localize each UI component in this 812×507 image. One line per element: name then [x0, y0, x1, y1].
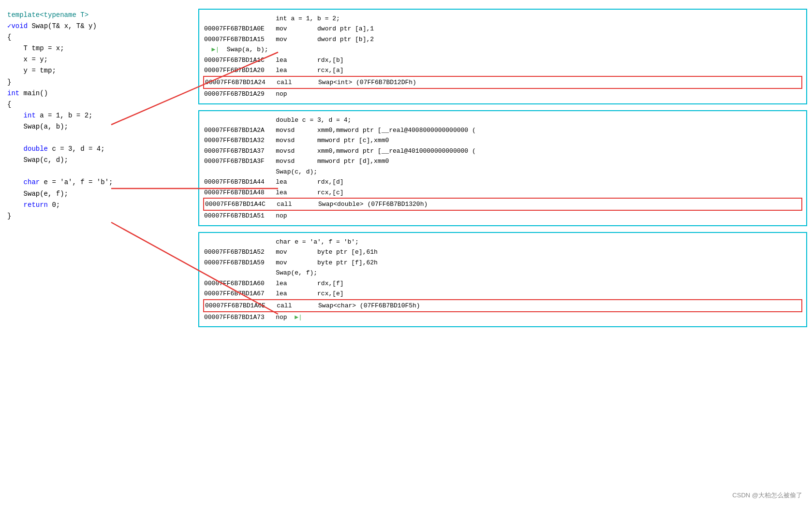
- disasm-line-highlighted: 00007FF6B7BD1A24 call Swap<int> (07FF6B7…: [203, 76, 802, 89]
- code-line-14: Swap(c, d);: [7, 155, 186, 166]
- code-line-18: return 0;: [7, 200, 186, 211]
- code-line-17: Swap(e, f);: [7, 188, 186, 200]
- disasm-line: Swap(e, f);: [204, 268, 801, 278]
- disasm-line: 00007FF6B7BD1A67 lea rcx,[e]: [204, 289, 801, 299]
- code-line-6: y = tmp;: [7, 65, 186, 76]
- source-code-panel: template<typename T> ✓void Swap(T& x, T&…: [5, 5, 189, 502]
- disasm-line: 00007FF6B7BD1A60 lea rdx,[f]: [204, 278, 801, 289]
- disasm-line: 00007FF6B7BD1A44 lea rdx,[d]: [204, 177, 801, 187]
- disasm-line: 00007FF6B7BD1A32 movsd mmword ptr [c],xm…: [204, 135, 801, 145]
- disasm-line: 00007FF6B7BD1A52 mov byte ptr [e],61h: [204, 247, 801, 257]
- disasm-line: 00007FF6B7BD1A48 lea rcx,[c]: [204, 188, 801, 198]
- disasm-line: 00007FF6B7BD1A2A movsd xmm0,mmword ptr […: [204, 125, 801, 135]
- code-line-19: }: [7, 211, 186, 222]
- code-line-11: Swap(a, b);: [7, 121, 186, 132]
- disasm-line: 00007FF6B7BD1A51 nop: [204, 211, 801, 221]
- disasm-line-arrow: ▶| Swap(a, b);: [204, 44, 801, 55]
- disasm-line: char e = 'a', f = 'b';: [204, 237, 801, 247]
- code-line-15: [7, 166, 186, 177]
- disasm-line: 00007FF6B7BD1A0E mov dword ptr [a],1: [204, 24, 801, 34]
- disasm-line-highlighted: 00007FF6B7BD1A6E call Swap<char> (07FF6B…: [203, 299, 802, 312]
- disassembly-panel: int a = 1, b = 2; 00007FF6B7BD1A0E mov d…: [198, 5, 807, 502]
- disasm-line: 00007FF6B7BD1A1C lea rdx,[b]: [204, 55, 801, 65]
- code-line-1: template<typename T>: [7, 10, 186, 21]
- disasm-line: 00007FF6B7BD1A15 mov dword ptr [b],2: [204, 34, 801, 44]
- code-line-2: ✓void Swap(T& x, T& y): [7, 21, 186, 32]
- disasm-line: 00007FF6B7BD1A73 nop ▶|: [204, 312, 801, 322]
- code-line-5: x = y;: [7, 54, 186, 65]
- code-line-10: int a = 1, b = 2;: [7, 110, 186, 121]
- code-line-8: int main(): [7, 88, 186, 99]
- code-line-16: char e = 'a', f = 'b';: [7, 177, 186, 188]
- disasm-line: 00007FF6B7BD1A20 lea rcx,[a]: [204, 65, 801, 75]
- code-line-7: }: [7, 77, 186, 88]
- disasm-line: 00007FF6B7BD1A37 movsd xmm0,mmword ptr […: [204, 146, 801, 156]
- disasm-box-int: int a = 1, b = 2; 00007FF6B7BD1A0E mov d…: [198, 9, 807, 104]
- disasm-line: int a = 1, b = 2;: [204, 14, 801, 24]
- code-line-4: T tmp = x;: [7, 43, 186, 54]
- disasm-box-char: char e = 'a', f = 'b'; 00007FF6B7BD1A52 …: [198, 232, 807, 328]
- disasm-line: 00007FF6B7BD1A59 mov byte ptr [f],62h: [204, 258, 801, 268]
- code-line-12: [7, 132, 186, 144]
- disasm-line: 00007FF6B7BD1A3F movsd mmword ptr [d],xm…: [204, 156, 801, 166]
- disasm-line: 00007FF6B7BD1A29 nop: [204, 89, 801, 99]
- code-line-13: double c = 3, d = 4;: [7, 144, 186, 155]
- disasm-line: double c = 3, d = 4;: [204, 115, 801, 125]
- watermark: CSDN @大柏怎么被偷了: [732, 491, 802, 500]
- disasm-box-double: double c = 3, d = 4; 00007FF6B7BD1A2A mo…: [198, 110, 807, 226]
- code-line-9: {: [7, 99, 186, 110]
- code-line-3: {: [7, 32, 186, 43]
- disasm-line: Swap(c, d);: [204, 167, 801, 177]
- disasm-line-highlighted: 00007FF6B7BD1A4C call Swap<double> (07FF…: [203, 198, 802, 211]
